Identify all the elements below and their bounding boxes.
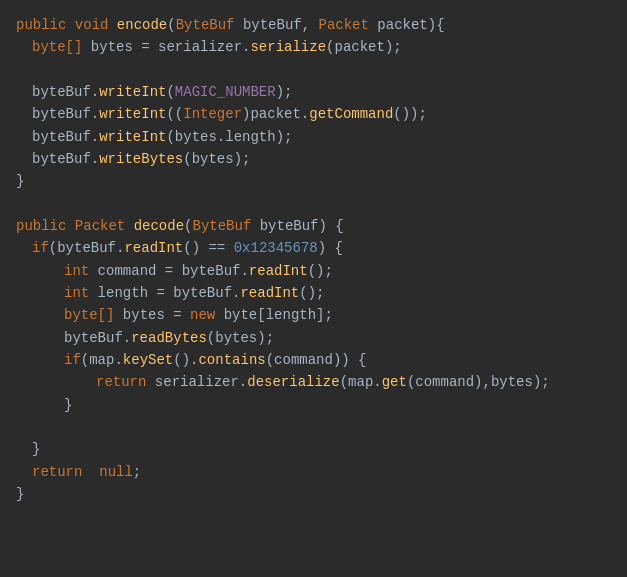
method-writebytes: writeBytes: [99, 148, 183, 170]
keyword-return2: return: [32, 461, 82, 483]
code-line: byte[] bytes = serializer. serialize (pa…: [0, 36, 627, 58]
keyword-int2: int: [64, 282, 89, 304]
hex-number: 0x12345678: [234, 237, 318, 259]
keyword-null: null: [99, 461, 133, 483]
method-decode: decode: [134, 215, 184, 237]
keyword-new: new: [190, 304, 215, 326]
method-writeint: writeInt: [99, 81, 166, 103]
keyword-return: return: [96, 371, 146, 393]
code-line: int command = byteBuf. readInt ();: [0, 260, 627, 282]
type-bytebuf: ByteBuf: [176, 14, 235, 36]
code-line: if (map. keySet (). contains (command)) …: [0, 349, 627, 371]
type-byte-array2: byte[]: [64, 304, 114, 326]
code-line: public void encode ( ByteBuf byteBuf, Pa…: [0, 14, 627, 36]
code-line: byteBuf. writeInt (( Integer )packet. ge…: [0, 103, 627, 125]
method-readint3: readInt: [240, 282, 299, 304]
keyword-void: void: [75, 14, 109, 36]
method-encode: encode: [117, 14, 167, 36]
code-line: byteBuf. writeInt (bytes.length);: [0, 126, 627, 148]
method-readint2: readInt: [249, 260, 308, 282]
method-readbytes: readBytes: [131, 327, 207, 349]
code-editor: public void encode ( ByteBuf byteBuf, Pa…: [0, 10, 627, 509]
type-byte-array: byte[]: [32, 36, 82, 58]
code-line: public Packet decode ( ByteBuf byteBuf) …: [0, 215, 627, 237]
type-packet: Packet: [319, 14, 369, 36]
method-serialize: serialize: [250, 36, 326, 58]
code-line: if (byteBuf. readInt () == 0x12345678 ) …: [0, 237, 627, 259]
code-line: }: [0, 394, 627, 416]
method-getcommand: getCommand: [309, 103, 393, 125]
method-keyset: keySet: [123, 349, 173, 371]
code-line: }: [0, 483, 627, 505]
keyword-public: public: [16, 14, 66, 36]
type-integer: Integer: [183, 103, 242, 125]
code-line: byteBuf. writeInt ( MAGIC_NUMBER );: [0, 81, 627, 103]
empty-line: [0, 416, 627, 438]
keyword-int: int: [64, 260, 89, 282]
code-line: byteBuf. readBytes (bytes);: [0, 327, 627, 349]
code-line: }: [0, 438, 627, 460]
code-line: int length = byteBuf. readInt ();: [0, 282, 627, 304]
method-writeint2: writeInt: [99, 103, 166, 125]
method-contains: contains: [198, 349, 265, 371]
empty-line: [0, 193, 627, 215]
method-deserialize: deserialize: [247, 371, 339, 393]
type-bytebuf2: ByteBuf: [192, 215, 251, 237]
code-line: return null ;: [0, 461, 627, 483]
keyword-public2: public: [16, 215, 66, 237]
method-readint: readInt: [124, 237, 183, 259]
method-get: get: [382, 371, 407, 393]
method-writeint3: writeInt: [99, 126, 166, 148]
keyword-if: if: [32, 237, 49, 259]
keyword-if2: if: [64, 349, 81, 371]
code-line: return serializer. deserialize (map. get…: [0, 371, 627, 393]
const-magic: MAGIC_NUMBER: [175, 81, 276, 103]
code-line: }: [0, 170, 627, 192]
empty-line: [0, 59, 627, 81]
type-packet2: Packet: [75, 215, 125, 237]
code-line: byteBuf. writeBytes (bytes);: [0, 148, 627, 170]
code-line: byte[] bytes = new byte[length];: [0, 304, 627, 326]
